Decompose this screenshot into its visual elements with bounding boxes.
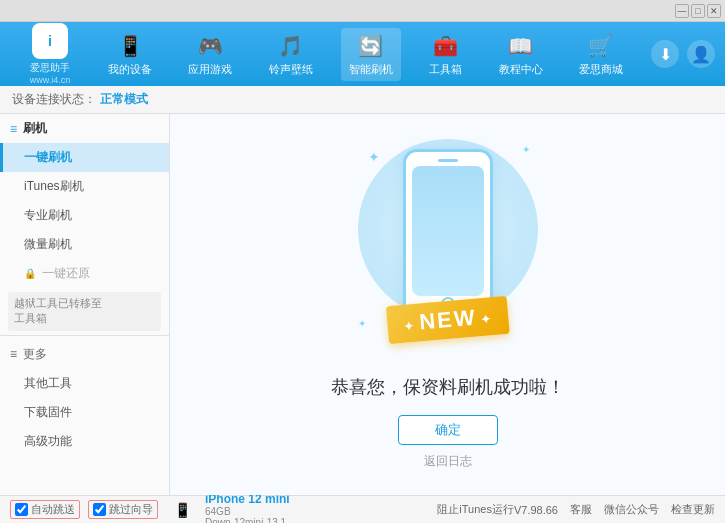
one-click-restore-label: 一键还原 bbox=[42, 266, 90, 280]
sidebar-item-one-click-flash[interactable]: 一键刷机 bbox=[0, 143, 169, 172]
close-button[interactable]: ✕ bbox=[707, 4, 721, 18]
main-content: ✦ ✦ ✦ NEW 恭喜您，保资料刷机成功啦！ 确定 返回日志 bbox=[170, 114, 725, 495]
logo-icon: i bbox=[32, 23, 68, 59]
sidebar-item-other-tools[interactable]: 其他工具 bbox=[0, 369, 169, 398]
sparkle-tr-icon: ✦ bbox=[522, 144, 530, 155]
nav-toolbox[interactable]: 🧰 工具箱 bbox=[421, 28, 470, 81]
nav-shop[interactable]: 🛒 爱思商城 bbox=[571, 28, 631, 81]
guided-skip-checkbox-item[interactable]: 跳过向导 bbox=[88, 500, 158, 519]
sparkle-bl-icon: ✦ bbox=[358, 318, 366, 329]
wallpaper-icon: 🎵 bbox=[277, 32, 305, 60]
nav-my-device[interactable]: 📱 我的设备 bbox=[100, 28, 160, 81]
flash-section-icon: ≡ bbox=[10, 122, 17, 136]
device-info: iPhone 12 mini 64GB Down-12mini-13,1 bbox=[205, 492, 290, 524]
device-icon-area: 📱 iPhone 12 mini 64GB Down-12mini-13,1 bbox=[174, 492, 290, 524]
sidebar-section-flash-label: 刷机 bbox=[23, 120, 47, 137]
check-update-link[interactable]: 检查更新 bbox=[671, 502, 715, 517]
download-button[interactable]: ⬇ bbox=[651, 40, 679, 68]
success-message: 恭喜您，保资料刷机成功啦！ bbox=[331, 375, 565, 399]
sidebar-divider bbox=[0, 335, 169, 336]
nav-wallpaper[interactable]: 🎵 铃声壁纸 bbox=[261, 28, 321, 81]
title-bar: — □ ✕ bbox=[0, 0, 725, 22]
header: i 爱思助手 www.i4.cn 📱 我的设备 🎮 应用游戏 🎵 铃声壁纸 🔄 … bbox=[0, 22, 725, 86]
maximize-button[interactable]: □ bbox=[691, 4, 705, 18]
guided-skip-checkbox[interactable] bbox=[93, 503, 106, 516]
service-link[interactable]: 客服 bbox=[570, 502, 592, 517]
sidebar-item-advanced[interactable]: 高级功能 bbox=[0, 427, 169, 456]
tutorial-icon: 📖 bbox=[507, 32, 535, 60]
shop-icon: 🛒 bbox=[587, 32, 615, 60]
bottom-bar: 自动跳送 跳过向导 📱 iPhone 12 mini 64GB Down-12m… bbox=[0, 495, 725, 523]
status-label: 设备连接状态： bbox=[12, 91, 96, 108]
my-device-icon: 📱 bbox=[116, 32, 144, 60]
sidebar-item-itunes-flash[interactable]: iTunes刷机 bbox=[0, 172, 169, 201]
back-link[interactable]: 返回日志 bbox=[424, 453, 472, 470]
logo-letter: i bbox=[48, 33, 52, 49]
nav-smart-flash[interactable]: 🔄 智能刷机 bbox=[341, 28, 401, 81]
nav-shop-label: 爱思商城 bbox=[579, 62, 623, 77]
nav-tutorial[interactable]: 📖 教程中心 bbox=[491, 28, 551, 81]
logo[interactable]: i 爱思助手 www.i4.cn bbox=[10, 23, 90, 85]
nav-apps-games-label: 应用游戏 bbox=[188, 62, 232, 77]
guided-skip-label: 跳过向导 bbox=[109, 502, 153, 517]
status-bar: 设备连接状态： 正常模式 bbox=[0, 86, 725, 114]
nav-smart-flash-label: 智能刷机 bbox=[349, 62, 393, 77]
jailbreak-notice: 越狱工具已转移至工具箱 bbox=[8, 292, 161, 331]
nav-apps-games[interactable]: 🎮 应用游戏 bbox=[180, 28, 240, 81]
sidebar-item-download-firmware[interactable]: 下载固件 bbox=[0, 398, 169, 427]
status-value: 正常模式 bbox=[100, 91, 148, 108]
sidebar-section-flash: ≡ 刷机 bbox=[0, 114, 169, 143]
nav-wallpaper-label: 铃声壁纸 bbox=[269, 62, 313, 77]
lock-icon: 🔒 bbox=[24, 268, 36, 279]
minimize-button[interactable]: — bbox=[675, 4, 689, 18]
auto-jump-checkbox[interactable] bbox=[15, 503, 28, 516]
phone-speaker bbox=[438, 159, 458, 162]
sidebar-item-pro-flash[interactable]: 专业刷机 bbox=[0, 201, 169, 230]
more-icon: ≡ bbox=[10, 347, 17, 361]
sidebar-item-one-click-restore: 🔒 一键还原 bbox=[0, 259, 169, 288]
version-text: V7.98.66 bbox=[514, 504, 558, 516]
bottom-right: V7.98.66 客服 微信公众号 检查更新 bbox=[514, 502, 715, 517]
user-button[interactable]: 👤 bbox=[687, 40, 715, 68]
sparkle-tl-icon: ✦ bbox=[368, 149, 380, 165]
nav-toolbox-label: 工具箱 bbox=[429, 62, 462, 77]
phone-illustration: ✦ ✦ ✦ NEW bbox=[348, 139, 548, 359]
main-layout: ≡ 刷机 一键刷机 iTunes刷机 专业刷机 微量刷机 🔒 一键还原 越狱工具… bbox=[0, 114, 725, 495]
bottom-left: 自动跳送 跳过向导 📱 iPhone 12 mini 64GB Down-12m… bbox=[10, 492, 514, 524]
smart-flash-icon: 🔄 bbox=[357, 32, 385, 60]
logo-text: 爱思助手 bbox=[30, 61, 70, 75]
sidebar-item-save-flash[interactable]: 微量刷机 bbox=[0, 230, 169, 259]
phone-body bbox=[403, 149, 493, 319]
sidebar-more-label: 更多 bbox=[23, 346, 47, 363]
device-storage: 64GB bbox=[205, 506, 290, 517]
nav-bar: 📱 我的设备 🎮 应用游戏 🎵 铃声壁纸 🔄 智能刷机 🧰 工具箱 📖 教程中心… bbox=[90, 28, 641, 81]
nav-my-device-label: 我的设备 bbox=[108, 62, 152, 77]
apps-games-icon: 🎮 bbox=[196, 32, 224, 60]
nav-tutorial-label: 教程中心 bbox=[499, 62, 543, 77]
confirm-button[interactable]: 确定 bbox=[398, 415, 498, 445]
phone-small-icon: 📱 bbox=[174, 502, 191, 518]
logo-sub: www.i4.cn bbox=[30, 75, 71, 85]
phone-screen bbox=[412, 166, 484, 296]
header-right: ⬇ 👤 bbox=[651, 40, 715, 68]
sidebar: ≡ 刷机 一键刷机 iTunes刷机 专业刷机 微量刷机 🔒 一键还原 越狱工具… bbox=[0, 114, 170, 495]
sidebar-section-more: ≡ 更多 bbox=[0, 340, 169, 369]
device-version: Down-12mini-13,1 bbox=[205, 517, 290, 524]
wechat-link[interactable]: 微信公众号 bbox=[604, 502, 659, 517]
stop-itunes[interactable]: 阻止iTunes运行 bbox=[437, 502, 514, 517]
auto-jump-checkbox-item[interactable]: 自动跳送 bbox=[10, 500, 80, 519]
toolbox-icon: 🧰 bbox=[432, 32, 460, 60]
auto-jump-label: 自动跳送 bbox=[31, 502, 75, 517]
